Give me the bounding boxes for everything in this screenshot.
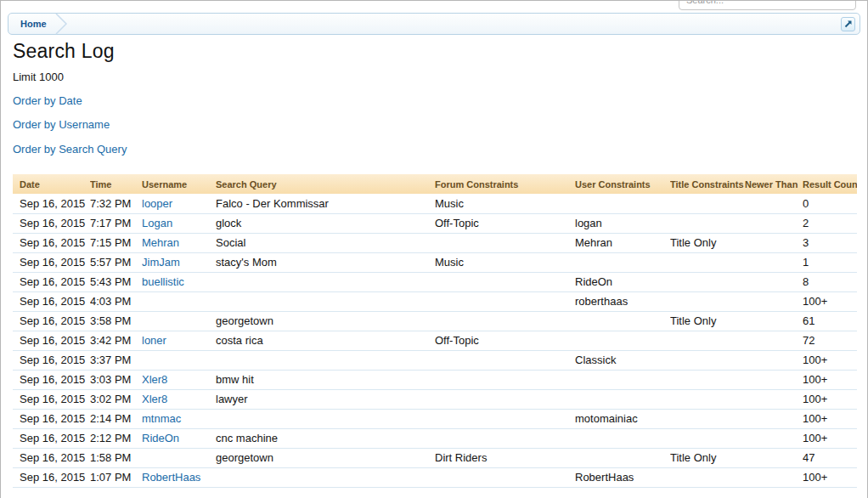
cell-title (670, 370, 745, 389)
cell-date: Sep 16, 2015 (13, 291, 90, 311)
cell-newer (745, 331, 803, 350)
cell-date: Sep 16, 2015 (13, 233, 90, 252)
cell-date: Sep 16, 2015 (13, 213, 90, 233)
table-row: Sep 16, 20154:03 PMroberthaas100+ (13, 291, 857, 311)
cell-count: 1 (803, 252, 857, 272)
cell-date: Sep 16, 2015 (13, 331, 90, 350)
cell-query: costa rica (216, 331, 435, 350)
cell-forum: Dirt Riders (435, 448, 575, 467)
username-link[interactable]: JimJam (142, 252, 216, 272)
cell-user (575, 331, 670, 350)
column-header-title-constraints: Title Constraints (670, 174, 745, 194)
table-row: Sep 16, 20153:02 PMXler8lawyer100+ (13, 389, 857, 409)
cell-query (216, 409, 435, 428)
cell-forum (435, 389, 575, 409)
username-link[interactable]: loner (142, 331, 216, 350)
cell-forum (435, 291, 575, 311)
cell-time: 7:15 PM (90, 233, 142, 252)
order-by-date-link[interactable]: Order by Date (13, 94, 82, 107)
cell-user: Classick (575, 350, 670, 370)
limit-label: Limit 1000 (13, 71, 64, 83)
table-row: Sep 16, 20153:58 PMgeorgetownTitle Only6… (13, 311, 857, 331)
table-row: Sep 16, 20153:03 PMXler8bmw hit100+ (13, 370, 857, 389)
cell-user (575, 370, 670, 389)
cell-time: 5:57 PM (90, 252, 142, 272)
username-link[interactable]: Xler8 (142, 389, 216, 409)
order-by-search-query-link[interactable]: Order by Search Query (13, 143, 127, 156)
cell-time: 3:02 PM (90, 389, 142, 409)
cell-title (670, 467, 745, 487)
column-header-username: Username (142, 174, 216, 194)
username-link[interactable]: looper (142, 194, 216, 213)
cell-time: 4:03 PM (90, 291, 142, 311)
admin-page: Home Search Log Limit 1000 Order by Date… (0, 0, 868, 498)
cell-date: Sep 16, 2015 (13, 194, 90, 213)
cell-user (575, 194, 670, 213)
search-input[interactable] (679, 0, 856, 10)
cell-newer (745, 311, 803, 331)
breadcrumb-home-link[interactable]: Home (8, 14, 55, 34)
table-row: Sep 16, 20157:15 PMMehranSocialMehranTit… (13, 233, 857, 252)
cell-newer (745, 409, 803, 428)
username-link[interactable]: buellistic (142, 272, 216, 291)
table-row: Sep 16, 20153:42 PMlonercosta ricaOff-To… (13, 331, 857, 350)
cell-count: 61 (803, 311, 857, 331)
cell-newer (745, 213, 803, 233)
table-row: Sep 16, 20153:37 PMClassick100+ (13, 350, 857, 370)
cell-time: 5:43 PM (90, 272, 142, 291)
username-link[interactable]: Xler8 (142, 370, 216, 389)
column-header-result-count: Result Count (803, 174, 857, 194)
cell-user: motomainiac (575, 409, 670, 428)
username-link[interactable]: RideOn (142, 428, 216, 448)
username-link[interactable]: Mehran (142, 233, 216, 252)
cell-username (142, 448, 216, 467)
cell-forum (435, 350, 575, 370)
cell-time: 7:17 PM (90, 213, 142, 233)
cell-newer (745, 350, 803, 370)
cell-user: logan (575, 213, 670, 233)
cell-user: Mehran (575, 233, 670, 252)
cell-count: 100+ (803, 350, 857, 370)
table-row: Sep 16, 20157:32 PMlooperFalco - Der Kom… (13, 194, 857, 213)
cell-time: 3:37 PM (90, 350, 142, 370)
breadcrumb: Home (8, 13, 860, 35)
external-link-icon[interactable] (841, 17, 855, 31)
table-row: Sep 16, 20151:58 PMgeorgetownDirt Riders… (13, 448, 857, 467)
cell-date: Sep 16, 2015 (13, 272, 90, 291)
cell-forum: Off-Topic (435, 331, 575, 350)
cell-newer (745, 252, 803, 272)
cell-forum (435, 467, 575, 487)
cell-forum (435, 311, 575, 331)
table-row: Sep 16, 20155:43 PMbuellisticRideOn8 (13, 272, 857, 291)
cell-newer (745, 389, 803, 409)
cell-newer (745, 291, 803, 311)
cell-title (670, 194, 745, 213)
table-header-row: DateTimeUsernameSearch QueryForum Constr… (13, 174, 857, 194)
cell-count: 100+ (803, 409, 857, 428)
table-row: Sep 16, 20152:14 PMmtnmacmotomainiac100+ (13, 409, 857, 428)
cell-date: Sep 16, 2015 (13, 467, 90, 487)
cell-newer (745, 448, 803, 467)
cell-count: 100+ (803, 370, 857, 389)
cell-time: 3:42 PM (90, 331, 142, 350)
username-link[interactable]: RobertHaas (142, 467, 216, 487)
cell-query: bmw hit (216, 370, 435, 389)
cell-user (575, 311, 670, 331)
cell-date: Sep 16, 2015 (13, 311, 90, 331)
cell-count: 2 (803, 213, 857, 233)
cell-query: georgetown (216, 311, 435, 331)
cell-count: 100+ (803, 291, 857, 311)
cell-forum (435, 428, 575, 448)
cell-date: Sep 16, 2015 (13, 370, 90, 389)
cell-count: 3 (803, 233, 857, 252)
username-link[interactable]: mtnmac (142, 409, 216, 428)
cell-user (575, 252, 670, 272)
username-link[interactable]: Logan (142, 213, 216, 233)
cell-date: Sep 16, 2015 (13, 389, 90, 409)
table-row: Sep 16, 20155:57 PMJimJamstacy's MomMusi… (13, 252, 857, 272)
cell-date: Sep 16, 2015 (13, 252, 90, 272)
order-by-username-link[interactable]: Order by Username (13, 118, 110, 131)
cell-time: 3:58 PM (90, 311, 142, 331)
cell-user: RideOn (575, 272, 670, 291)
cell-user (575, 389, 670, 409)
